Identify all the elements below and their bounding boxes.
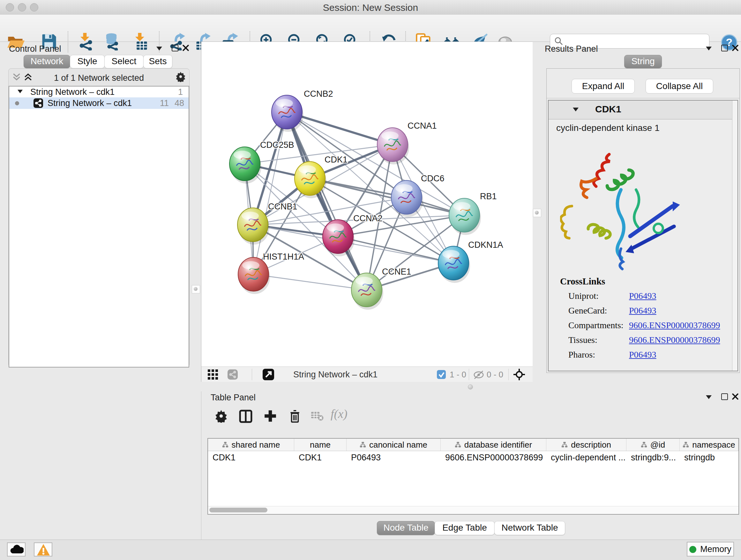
- tab-network-table[interactable]: Network Table: [494, 521, 565, 535]
- network-node-CCNA1[interactable]: [377, 128, 409, 165]
- selected-count: 1 - 0: [450, 370, 466, 380]
- download-arrow-icon: [80, 33, 89, 41]
- network-selection-status: 1 of 1 Network selected: [9, 73, 189, 83]
- tab-edge-table[interactable]: Edge Table: [434, 521, 495, 535]
- network-node-CDKN1A[interactable]: [438, 246, 470, 283]
- network-node-RB1[interactable]: [449, 198, 481, 235]
- string-network-icon: [33, 98, 43, 108]
- results-panel-collapse-button[interactable]: [706, 47, 712, 51]
- expand-all-button[interactable]: Expand All: [571, 79, 635, 94]
- network-graph[interactable]: CCNB2CCNA1CDC25BCDK1CDC6RB1CCNB1CCNA2CDK…: [201, 42, 533, 367]
- tab-sets[interactable]: Sets: [143, 55, 172, 68]
- tab-string[interactable]: String: [624, 55, 662, 68]
- network-node-CDC6[interactable]: [391, 180, 423, 217]
- network-node-CDC25B[interactable]: [229, 147, 261, 184]
- table-panel-collapse-button[interactable]: [706, 395, 712, 400]
- control-panel-collapse-button[interactable]: [156, 47, 162, 51]
- crosslink-pharos-link[interactable]: P06493: [629, 350, 657, 360]
- table-cell[interactable]: P06493: [347, 451, 441, 464]
- main-toolbar: ?: [0, 15, 741, 42]
- collapse-all-button[interactable]: Collapse All: [646, 79, 713, 94]
- protein-collapse-icon[interactable]: [573, 107, 579, 113]
- cloud-status-button[interactable]: [7, 543, 25, 557]
- tab-node-table[interactable]: Node Table: [377, 521, 435, 535]
- tab-style[interactable]: Style: [70, 55, 105, 68]
- column-header-description[interactable]: description: [546, 439, 626, 451]
- create-column-button[interactable]: [264, 409, 277, 424]
- column-header--id[interactable]: @id: [626, 439, 680, 451]
- protein-details-card: CDK1 cyclin-dependent kinase 1: [548, 100, 738, 371]
- network-node-count: 11: [160, 98, 169, 108]
- network-node-CCNA2[interactable]: [323, 220, 354, 256]
- column-header-shared-name[interactable]: shared name: [208, 439, 294, 451]
- function-builder-button[interactable]: f(x): [331, 407, 347, 421]
- table-cell[interactable]: stringdb: [680, 451, 738, 464]
- horizontal-splitter[interactable]: [201, 382, 741, 391]
- table-row[interactable]: CDK1CDK1P064939606.ENSP00000378699cyclin…: [208, 451, 738, 464]
- table-settings-button[interactable]: [214, 409, 228, 424]
- table-cell[interactable]: CDK1: [294, 451, 347, 464]
- selected-checkbox-icon: [437, 370, 446, 379]
- export-arrow-icon: [229, 33, 238, 41]
- share-icon: [227, 369, 238, 380]
- table-cell[interactable]: CDK1: [208, 451, 294, 464]
- network-row-selected[interactable]: String Network – cdk1 11 48: [9, 98, 189, 109]
- network-node-HIST1H1A[interactable]: [238, 257, 270, 294]
- network-node-CCNE1[interactable]: [351, 273, 383, 310]
- memory-button[interactable]: Memory: [687, 542, 734, 557]
- column-header-database-identifier[interactable]: database identifier: [441, 439, 546, 451]
- left-splitter-handle[interactable]: [192, 285, 200, 294]
- crosslink-compartments-link[interactable]: 9606.ENSP00000378699: [629, 320, 720, 330]
- control-panel-close-button[interactable]: [183, 45, 189, 52]
- table-horizontal-scrollbar[interactable]: [208, 506, 738, 514]
- results-scrollbar[interactable]: [732, 101, 738, 371]
- network-collection-row[interactable]: String Network – cdk1 1: [9, 86, 189, 98]
- results-panel-close-button[interactable]: [732, 45, 738, 52]
- network-node-CDK1[interactable]: [294, 162, 327, 198]
- show-columns-button[interactable]: [239, 409, 253, 424]
- table-delete-icon: [311, 411, 324, 422]
- column-header-namespace[interactable]: namespace: [680, 439, 738, 451]
- network-node-CCNB2[interactable]: [272, 95, 304, 132]
- hierarchy-icon: [222, 442, 228, 448]
- network-options-gear-button[interactable]: [175, 71, 186, 83]
- protein-section-header[interactable]: CDK1: [549, 101, 738, 119]
- birdseye-view-button[interactable]: [513, 368, 526, 382]
- results-panel-float-button[interactable]: [721, 45, 728, 52]
- tab-select[interactable]: Select: [105, 55, 144, 68]
- grid-view-button[interactable]: [208, 369, 218, 381]
- network-status-dot: [15, 101, 19, 105]
- network-view-toolbar: String Network – cdk1 1 - 0 0 - 0: [201, 367, 533, 382]
- table-panel-float-button[interactable]: [721, 393, 728, 401]
- table-cell[interactable]: 9606.ENSP00000378699: [441, 451, 546, 464]
- scrollbar-thumb[interactable]: [209, 508, 267, 512]
- crosslink-genecard-link[interactable]: P06493: [629, 306, 657, 316]
- memory-label: Memory: [700, 544, 731, 554]
- tab-network[interactable]: Network: [23, 55, 70, 68]
- node-label-CDKN1A: CDKN1A: [468, 240, 503, 250]
- control-panel-float-button[interactable]: [172, 45, 179, 52]
- hierarchy-icon: [683, 442, 689, 448]
- collection-expand-icon[interactable]: [17, 90, 23, 93]
- network-overview-button[interactable]: [227, 369, 238, 381]
- protein-name: CDK1: [595, 104, 621, 115]
- column-header-name[interactable]: name: [294, 439, 347, 451]
- toolbar-divider: [252, 369, 252, 380]
- column-header-canonical-name[interactable]: canonical name: [347, 439, 441, 451]
- warnings-button[interactable]: [34, 543, 52, 557]
- delete-table-button[interactable]: [311, 411, 324, 422]
- collection-count: 1: [178, 87, 183, 97]
- delete-columns-button[interactable]: [288, 409, 302, 424]
- crosslink-tissues-link[interactable]: 9606.ENSP00000378699: [629, 335, 720, 345]
- table-cell[interactable]: cyclin-dependent ...: [546, 451, 626, 464]
- detach-view-button[interactable]: [263, 369, 274, 381]
- crosslink-uniprot-link[interactable]: P06493: [629, 291, 657, 301]
- toolbar-divider: [469, 369, 469, 380]
- close-icon: [732, 393, 738, 400]
- network-view[interactable]: CCNB2CCNA1CDC25BCDK1CDC6RB1CCNB1CCNA2CDK…: [201, 42, 533, 382]
- hierarchy-icon: [360, 442, 366, 448]
- control-panel: Control Panel Network Style Select Sets …: [0, 42, 201, 540]
- network-node-CCNB1[interactable]: [238, 208, 269, 245]
- table-panel-close-button[interactable]: [732, 393, 738, 401]
- table-cell[interactable]: stringdb:9...: [626, 451, 680, 464]
